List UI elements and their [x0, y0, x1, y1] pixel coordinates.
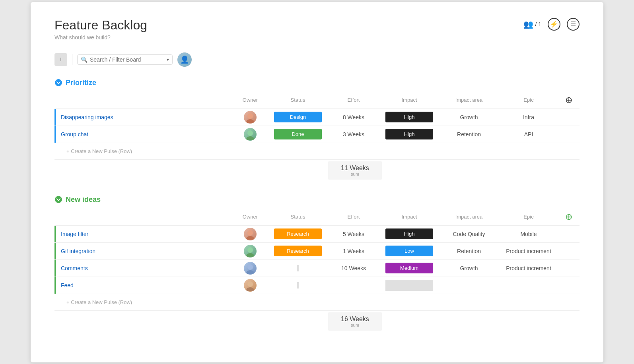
item-name[interactable]: Group chat	[56, 131, 93, 137]
svg-point-3	[247, 130, 253, 136]
row-name-container: Image filter	[54, 226, 234, 242]
impact-cell[interactable]: High	[377, 126, 441, 143]
header-right: 👥 / 1 ⚡ ☰	[523, 18, 580, 31]
svg-point-8	[247, 247, 253, 253]
owner-avatar	[244, 111, 257, 124]
item-name[interactable]: Comments	[56, 265, 93, 271]
impact-cell[interactable]: Low	[377, 242, 441, 259]
section-header: Prioritize	[54, 79, 580, 87]
section-title: Prioritize	[66, 79, 96, 87]
create-row[interactable]: + Create a New Pulse (Row)	[54, 294, 580, 310]
svg-point-11	[246, 270, 254, 274]
table-row: Group chat Done 3 Weeks High Retention A…	[54, 126, 580, 143]
impact-area-cell: Growth	[441, 108, 497, 126]
section-toggle-button[interactable]	[54, 79, 62, 87]
owner-avatar	[244, 128, 257, 141]
svg-point-12	[247, 281, 253, 287]
add-column-button[interactable]: ⊕	[565, 95, 572, 105]
row-name-container: Group chat	[54, 126, 234, 143]
svg-point-9	[246, 253, 254, 257]
col-impact: Impact	[377, 209, 441, 226]
chevron-down-icon	[54, 196, 62, 203]
toolbar-divider	[72, 54, 72, 65]
svg-point-7	[246, 236, 254, 240]
status-cell[interactable]: Research	[266, 225, 330, 242]
menu-button[interactable]: ☰	[567, 18, 580, 31]
svg-point-6	[247, 230, 253, 236]
page-subtitle: What should we build?	[54, 34, 147, 41]
col-status: Status	[266, 92, 330, 109]
table-row: Disappearing images Design 8 Weeks High …	[54, 108, 580, 126]
section-prioritize: Prioritize Owner Status Effort Impact Im…	[54, 79, 580, 180]
header: Feature Backlog What should we build? 👥 …	[54, 18, 580, 41]
section-new-ideas: New ideas Owner Status Effort Impact Imp…	[54, 196, 580, 331]
users-button[interactable]: 👥 / 1	[523, 19, 541, 29]
epic-cell: Mobile	[497, 225, 560, 242]
effort-cell: 3 Weeks	[330, 126, 377, 143]
owner-cell	[234, 108, 266, 126]
impact-area-cell: Code Quality	[441, 225, 497, 242]
col-owner: Owner	[234, 209, 266, 226]
activity-button[interactable]: ⚡	[548, 18, 560, 31]
section-toggle-button[interactable]	[54, 196, 62, 203]
col-name	[54, 209, 234, 226]
status-cell[interactable]: Research	[266, 242, 330, 259]
impact-empty	[385, 280, 433, 291]
impact-badge: High	[385, 228, 433, 239]
col-add: ⊕	[560, 92, 580, 109]
status-cell[interactable]	[266, 277, 330, 294]
board-table: Owner Status Effort Impact Impact area E…	[54, 209, 580, 311]
col-name	[54, 92, 234, 109]
search-dropdown-button[interactable]: ▾	[167, 57, 169, 62]
col-add: ⊕	[560, 209, 580, 226]
avatar[interactable]: 👤	[177, 52, 192, 67]
owner-cell	[234, 225, 266, 242]
col-impact-area: Impact area	[441, 209, 497, 226]
create-row-label[interactable]: + Create a New Pulse (Row)	[54, 143, 580, 159]
status-cell[interactable]	[266, 259, 330, 277]
epic-cell: Product increment	[497, 259, 560, 277]
impact-cell[interactable]	[377, 277, 441, 294]
item-name[interactable]: Gif integration	[56, 248, 100, 254]
owner-avatar	[244, 245, 257, 258]
sum-label: sum	[351, 172, 359, 176]
owner-avatar	[244, 262, 257, 275]
toolbar-letter-button[interactable]: I	[54, 53, 67, 66]
impact-cell[interactable]: High	[377, 108, 441, 126]
user-count-label: / 1	[535, 21, 541, 27]
row-name-container: Comments	[54, 260, 234, 277]
create-row-label[interactable]: + Create a New Pulse (Row)	[54, 294, 580, 310]
epic-cell: Product increment	[497, 242, 560, 259]
effort-cell: 10 Weeks	[330, 259, 377, 277]
status-cell[interactable]: Design	[266, 108, 330, 126]
table-header-row: Owner Status Effort Impact Impact area E…	[54, 92, 580, 109]
sum-value: 16 Weeks	[341, 316, 369, 323]
status-badge: Done	[274, 129, 322, 139]
item-name[interactable]: Feed	[56, 282, 78, 288]
status-badge: Research	[274, 228, 322, 239]
col-impact: Impact	[377, 92, 441, 109]
status-cell[interactable]: Done	[266, 126, 330, 143]
col-owner: Owner	[234, 92, 266, 109]
add-col-cell	[560, 242, 580, 259]
col-status: Status	[266, 209, 330, 226]
impact-area-cell	[441, 277, 497, 294]
col-impact-area: Impact area	[441, 92, 497, 109]
item-name[interactable]: Disappearing images	[56, 114, 118, 120]
create-row[interactable]: + Create a New Pulse (Row)	[54, 143, 580, 159]
effort-cell: 5 Weeks	[330, 225, 377, 242]
item-name[interactable]: Image filter	[56, 231, 93, 237]
impact-cell[interactable]: High	[377, 225, 441, 242]
owner-avatar	[244, 228, 257, 240]
users-icon: 👥	[523, 19, 533, 29]
impact-badge: High	[385, 129, 433, 139]
add-col-cell	[560, 126, 580, 143]
add-column-button[interactable]: ⊕	[565, 212, 572, 222]
table-header-row: Owner Status Effort Impact Impact area E…	[54, 209, 580, 226]
owner-cell	[234, 277, 266, 294]
search-input[interactable]	[90, 56, 164, 63]
svg-point-5	[55, 196, 62, 203]
impact-badge: High	[385, 112, 433, 122]
epic-cell: Infra	[497, 108, 560, 126]
impact-cell[interactable]: Medium	[377, 259, 441, 277]
